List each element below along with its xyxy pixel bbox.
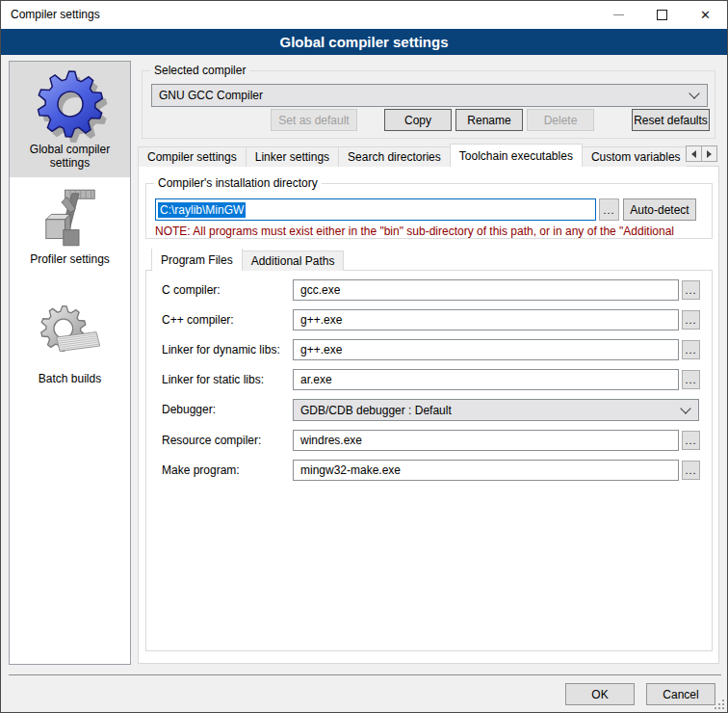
tab-scroll-left-button[interactable] — [686, 145, 702, 162]
selected-compiler-legend: Selected compiler — [150, 64, 249, 77]
button-label: Copy — [404, 114, 431, 127]
installation-directory-legend: Compiler's installation directory — [154, 176, 322, 190]
tab-linker-settings[interactable]: Linker settings — [246, 146, 339, 167]
tab-toolchain-executables[interactable]: Toolchain executables — [450, 144, 583, 167]
tab-compiler-settings[interactable]: Compiler settings — [138, 146, 247, 167]
arrow-left-icon — [691, 150, 696, 158]
field-label: Make program: — [162, 463, 240, 477]
blue-gear-icon — [32, 66, 109, 143]
tab-scroll-arrows — [687, 145, 717, 162]
button-label: Set as default — [278, 114, 349, 127]
browse-button[interactable]: ... — [682, 310, 700, 330]
field-label: Resource compiler: — [162, 434, 261, 447]
tab-label: Search directories — [348, 150, 441, 164]
field-value: windres.exe — [300, 434, 362, 447]
c-compiler-input[interactable]: g++.exe — [293, 309, 679, 330]
window-controls: ✕ — [597, 1, 727, 29]
compiler-settings-dialog: Compiler settings ✕ Global compiler sett… — [0, 0, 728, 713]
select-value: GDB/CDB debugger : Default — [300, 400, 452, 420]
maximize-icon — [657, 10, 667, 20]
ellipsis-icon: ... — [603, 204, 614, 216]
compiler-select[interactable]: GNU GCC Compiler — [151, 84, 708, 107]
sidebar-item-global-compiler-settings[interactable]: Global compiler settings — [10, 62, 130, 177]
cancel-button[interactable]: Cancel — [646, 683, 715, 705]
resize-grip[interactable] — [715, 700, 724, 709]
tab-label: Toolchain executables — [459, 149, 573, 163]
linker-for-dynamic-libs-input[interactable]: g++.exe — [293, 339, 679, 360]
tab-label: Custom variables — [591, 150, 681, 164]
sidebar-item-label: Batch builds — [22, 372, 118, 385]
caliper-icon — [36, 183, 105, 252]
c-compiler-input[interactable]: gcc.exe — [293, 279, 679, 301]
resource-compiler-input[interactable]: windres.exe — [293, 430, 679, 451]
auto-detect-label: Auto-detect — [630, 203, 689, 217]
rename-button[interactable]: Rename — [455, 109, 523, 131]
gear-stack-icon — [36, 303, 105, 372]
button-label: Delete — [544, 114, 578, 127]
browse-button[interactable]: ... — [682, 370, 700, 389]
tab-additional-paths[interactable]: Additional Paths — [242, 251, 345, 271]
reset-defaults-button[interactable]: Reset defaults — [632, 109, 710, 131]
sidebar-item-label: Global compiler settings — [22, 143, 118, 170]
ok-button[interactable]: OK — [565, 683, 635, 705]
close-icon: ✕ — [700, 9, 711, 21]
auto-detect-button[interactable]: Auto-detect — [623, 198, 696, 221]
compiler-select-value: GNU GCC Compiler — [159, 85, 263, 106]
footer-divider — [9, 674, 721, 675]
window-title: Compiler settings — [11, 1, 100, 29]
title-bar: Compiler settings ✕ — [1, 1, 727, 29]
browse-button[interactable]: ... — [682, 461, 700, 480]
tab-search-directories[interactable]: Search directories — [338, 146, 451, 167]
minimize-button[interactable] — [597, 1, 640, 29]
field-value: g++.exe — [300, 313, 342, 327]
tab-custom-variables[interactable]: Custom variables — [582, 146, 687, 167]
settings-tab-strip: Compiler settingsLinker settingsSearch d… — [138, 144, 687, 167]
field-value: g++.exe — [300, 343, 342, 356]
field-label: Linker for static libs: — [162, 373, 264, 386]
selected-path-text: C:\raylib\MinGW — [158, 202, 246, 218]
ellipsis-icon: ... — [685, 374, 696, 385]
tab-label: Compiler settings — [147, 150, 237, 164]
set-as-default-button: Set as default — [271, 109, 357, 131]
delete-button: Delete — [527, 109, 594, 131]
cancel-label: Cancel — [663, 688, 698, 701]
browse-button[interactable]: ... — [682, 431, 700, 450]
field-label: Debugger: — [162, 403, 216, 416]
program-files-tab-strip: Program FilesAdditional Paths — [151, 249, 440, 271]
page-title-banner: Global compiler settings — [1, 29, 727, 55]
ok-label: OK — [591, 688, 608, 701]
ellipsis-icon: ... — [685, 344, 696, 356]
sidebar-item-batch-builds[interactable]: Batch builds — [10, 281, 130, 395]
ellipsis-icon: ... — [685, 284, 696, 296]
maximize-button[interactable] — [640, 1, 684, 29]
ellipsis-icon: ... — [685, 435, 696, 446]
field-label: C++ compiler: — [162, 313, 234, 327]
button-label: Rename — [467, 114, 510, 127]
browse-directory-button[interactable]: ... — [599, 198, 619, 221]
field-value: gcc.exe — [300, 283, 340, 297]
arrow-right-icon — [707, 150, 712, 158]
button-label: Reset defaults — [634, 114, 708, 127]
ellipsis-icon: ... — [685, 314, 696, 326]
field-label: C compiler: — [162, 283, 221, 297]
tab-program-files[interactable]: Program Files — [151, 249, 243, 271]
tab-label: Program Files — [161, 253, 233, 267]
field-label: Linker for dynamic libs: — [162, 343, 280, 356]
tab-label: Additional Paths — [251, 254, 335, 268]
browse-button[interactable]: ... — [682, 340, 700, 359]
close-button[interactable]: ✕ — [684, 1, 727, 29]
tab-label: Linker settings — [255, 150, 329, 164]
browse-button[interactable]: ... — [682, 280, 700, 300]
sidebar-item-label: Profiler settings — [22, 252, 118, 266]
copy-button[interactable]: Copy — [384, 109, 452, 131]
make-program-input[interactable]: mingw32-make.exe — [293, 460, 679, 481]
chevron-down-icon — [680, 403, 690, 413]
installation-directory-input[interactable]: C:\raylib\MinGW — [155, 198, 596, 221]
page-title: Global compiler settings — [279, 34, 448, 50]
debugger-select[interactable]: GDB/CDB debugger : Default — [293, 399, 699, 421]
field-value: mingw32-make.exe — [300, 463, 401, 477]
sidebar-item-profiler-settings[interactable]: Profiler settings — [10, 177, 130, 281]
linker-for-static-libs-input[interactable]: ar.exe — [293, 369, 679, 390]
tab-scroll-right-button[interactable] — [701, 145, 717, 162]
field-value: ar.exe — [300, 373, 332, 386]
